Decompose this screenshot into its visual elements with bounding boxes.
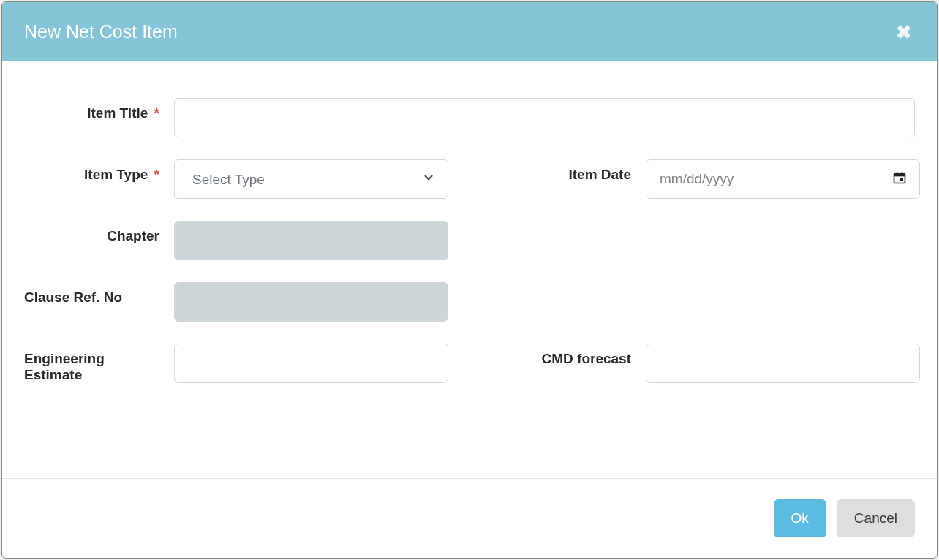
- select-wrapper-item-type: Select Type: [174, 159, 448, 199]
- required-mark: *: [154, 167, 159, 182]
- item-date-input[interactable]: [646, 159, 920, 199]
- row-item-title: Item Title *: [24, 98, 915, 137]
- modal-footer: Ok Cancel: [2, 478, 937, 558]
- cmd-forecast-input[interactable]: [646, 344, 920, 383]
- new-net-cost-item-modal: New Net Cost Item ✖ Item Title * Item Ty…: [1, 1, 938, 559]
- modal-body: Item Title * Item Type * Select Type: [2, 61, 937, 478]
- group-cmd-forecast: CMD forecast: [470, 344, 920, 383]
- close-icon: ✖: [896, 21, 912, 43]
- item-title-input[interactable]: [174, 98, 915, 137]
- group-clause-ref: Clause Ref. No: [24, 282, 448, 322]
- row-estimate-forecast: Engineering Estimate CMD forecast: [24, 344, 915, 383]
- row-type-date: Item Type * Select Type Item Date: [24, 159, 915, 199]
- engineering-estimate-input[interactable]: [174, 344, 448, 383]
- group-item-title: Item Title *: [24, 98, 915, 137]
- chapter-input: [174, 221, 448, 260]
- group-item-date: Item Date: [470, 159, 920, 199]
- item-type-select[interactable]: Select Type: [174, 159, 448, 199]
- group-eng-estimate: Engineering Estimate: [24, 344, 448, 383]
- date-wrapper: [646, 159, 920, 199]
- cancel-button[interactable]: Cancel: [837, 499, 915, 537]
- modal-title: New Net Cost Item: [24, 21, 178, 42]
- label-cmd-forecast: CMD forecast: [470, 344, 631, 367]
- close-button[interactable]: ✖: [893, 23, 915, 42]
- label-item-type: Item Type *: [24, 159, 159, 183]
- clause-ref-input: [174, 282, 448, 322]
- ok-button[interactable]: Ok: [774, 499, 826, 537]
- label-eng-estimate: Engineering Estimate: [24, 344, 159, 383]
- label-clause-ref: Clause Ref. No: [24, 282, 159, 306]
- modal-header: New Net Cost Item ✖: [2, 2, 937, 61]
- label-item-date: Item Date: [470, 159, 631, 183]
- label-chapter: Chapter: [24, 221, 159, 244]
- required-mark: *: [154, 105, 159, 121]
- label-item-title-text: Item Title: [87, 105, 148, 121]
- group-chapter: Chapter: [24, 221, 448, 260]
- row-chapter: Chapter: [24, 221, 915, 260]
- group-item-type: Item Type * Select Type: [24, 159, 448, 199]
- row-clause-ref: Clause Ref. No: [24, 282, 915, 322]
- label-item-type-text: Item Type: [84, 167, 148, 182]
- label-item-title: Item Title *: [24, 98, 159, 121]
